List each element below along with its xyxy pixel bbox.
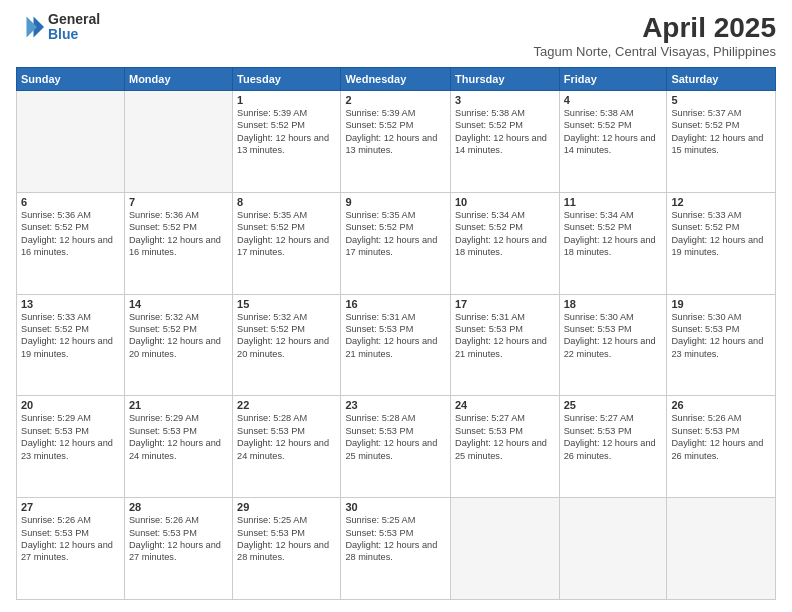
day-detail: Sunrise: 5:35 AM Sunset: 5:52 PM Dayligh… — [345, 209, 446, 259]
calendar-cell: 20Sunrise: 5:29 AM Sunset: 5:53 PM Dayli… — [17, 396, 125, 498]
calendar-cell — [559, 498, 667, 600]
day-number: 8 — [237, 196, 336, 208]
calendar-week-5: 27Sunrise: 5:26 AM Sunset: 5:53 PM Dayli… — [17, 498, 776, 600]
logo-blue: Blue — [48, 27, 100, 42]
day-number: 14 — [129, 298, 228, 310]
day-detail: Sunrise: 5:26 AM Sunset: 5:53 PM Dayligh… — [21, 514, 120, 564]
calendar-cell: 9Sunrise: 5:35 AM Sunset: 5:52 PM Daylig… — [341, 192, 451, 294]
calendar-cell — [451, 498, 560, 600]
logo: General Blue — [16, 12, 100, 43]
title-block: April 2025 Tagum Norte, Central Visayas,… — [533, 12, 776, 59]
day-number: 13 — [21, 298, 120, 310]
day-detail: Sunrise: 5:36 AM Sunset: 5:52 PM Dayligh… — [129, 209, 228, 259]
calendar-cell: 22Sunrise: 5:28 AM Sunset: 5:53 PM Dayli… — [233, 396, 341, 498]
day-detail: Sunrise: 5:25 AM Sunset: 5:53 PM Dayligh… — [345, 514, 446, 564]
col-header-monday: Monday — [124, 68, 232, 91]
calendar-cell: 11Sunrise: 5:34 AM Sunset: 5:52 PM Dayli… — [559, 192, 667, 294]
day-detail: Sunrise: 5:27 AM Sunset: 5:53 PM Dayligh… — [564, 412, 663, 462]
day-number: 7 — [129, 196, 228, 208]
day-number: 17 — [455, 298, 555, 310]
calendar-cell: 6Sunrise: 5:36 AM Sunset: 5:52 PM Daylig… — [17, 192, 125, 294]
calendar-week-4: 20Sunrise: 5:29 AM Sunset: 5:53 PM Dayli… — [17, 396, 776, 498]
day-number: 25 — [564, 399, 663, 411]
calendar-cell: 21Sunrise: 5:29 AM Sunset: 5:53 PM Dayli… — [124, 396, 232, 498]
calendar-cell — [667, 498, 776, 600]
day-detail: Sunrise: 5:33 AM Sunset: 5:52 PM Dayligh… — [671, 209, 771, 259]
day-detail: Sunrise: 5:30 AM Sunset: 5:53 PM Dayligh… — [671, 311, 771, 361]
day-number: 29 — [237, 501, 336, 513]
day-detail: Sunrise: 5:28 AM Sunset: 5:53 PM Dayligh… — [237, 412, 336, 462]
calendar-cell: 5Sunrise: 5:37 AM Sunset: 5:52 PM Daylig… — [667, 91, 776, 193]
day-detail: Sunrise: 5:29 AM Sunset: 5:53 PM Dayligh… — [129, 412, 228, 462]
calendar-cell: 30Sunrise: 5:25 AM Sunset: 5:53 PM Dayli… — [341, 498, 451, 600]
day-number: 26 — [671, 399, 771, 411]
day-number: 30 — [345, 501, 446, 513]
calendar-cell: 18Sunrise: 5:30 AM Sunset: 5:53 PM Dayli… — [559, 294, 667, 396]
day-detail: Sunrise: 5:25 AM Sunset: 5:53 PM Dayligh… — [237, 514, 336, 564]
day-detail: Sunrise: 5:30 AM Sunset: 5:53 PM Dayligh… — [564, 311, 663, 361]
day-number: 22 — [237, 399, 336, 411]
day-number: 23 — [345, 399, 446, 411]
day-detail: Sunrise: 5:33 AM Sunset: 5:52 PM Dayligh… — [21, 311, 120, 361]
day-detail: Sunrise: 5:34 AM Sunset: 5:52 PM Dayligh… — [455, 209, 555, 259]
calendar-cell: 2Sunrise: 5:39 AM Sunset: 5:52 PM Daylig… — [341, 91, 451, 193]
calendar-cell — [124, 91, 232, 193]
day-detail: Sunrise: 5:32 AM Sunset: 5:52 PM Dayligh… — [129, 311, 228, 361]
day-number: 10 — [455, 196, 555, 208]
day-number: 21 — [129, 399, 228, 411]
calendar-week-1: 1Sunrise: 5:39 AM Sunset: 5:52 PM Daylig… — [17, 91, 776, 193]
title-month: April 2025 — [533, 12, 776, 44]
col-header-saturday: Saturday — [667, 68, 776, 91]
calendar-cell: 13Sunrise: 5:33 AM Sunset: 5:52 PM Dayli… — [17, 294, 125, 396]
calendar-cell: 17Sunrise: 5:31 AM Sunset: 5:53 PM Dayli… — [451, 294, 560, 396]
col-header-thursday: Thursday — [451, 68, 560, 91]
calendar-cell: 12Sunrise: 5:33 AM Sunset: 5:52 PM Dayli… — [667, 192, 776, 294]
day-detail: Sunrise: 5:31 AM Sunset: 5:53 PM Dayligh… — [455, 311, 555, 361]
calendar-cell: 14Sunrise: 5:32 AM Sunset: 5:52 PM Dayli… — [124, 294, 232, 396]
calendar-cell: 15Sunrise: 5:32 AM Sunset: 5:52 PM Dayli… — [233, 294, 341, 396]
col-header-tuesday: Tuesday — [233, 68, 341, 91]
calendar-cell: 25Sunrise: 5:27 AM Sunset: 5:53 PM Dayli… — [559, 396, 667, 498]
title-location: Tagum Norte, Central Visayas, Philippine… — [533, 44, 776, 59]
calendar-cell: 10Sunrise: 5:34 AM Sunset: 5:52 PM Dayli… — [451, 192, 560, 294]
day-number: 1 — [237, 94, 336, 106]
calendar-cell: 19Sunrise: 5:30 AM Sunset: 5:53 PM Dayli… — [667, 294, 776, 396]
calendar-cell: 3Sunrise: 5:38 AM Sunset: 5:52 PM Daylig… — [451, 91, 560, 193]
day-number: 27 — [21, 501, 120, 513]
day-detail: Sunrise: 5:36 AM Sunset: 5:52 PM Dayligh… — [21, 209, 120, 259]
day-detail: Sunrise: 5:26 AM Sunset: 5:53 PM Dayligh… — [129, 514, 228, 564]
calendar-week-3: 13Sunrise: 5:33 AM Sunset: 5:52 PM Dayli… — [17, 294, 776, 396]
day-number: 9 — [345, 196, 446, 208]
day-detail: Sunrise: 5:26 AM Sunset: 5:53 PM Dayligh… — [671, 412, 771, 462]
calendar-table: SundayMondayTuesdayWednesdayThursdayFrid… — [16, 67, 776, 600]
day-number: 16 — [345, 298, 446, 310]
calendar-week-2: 6Sunrise: 5:36 AM Sunset: 5:52 PM Daylig… — [17, 192, 776, 294]
day-detail: Sunrise: 5:39 AM Sunset: 5:52 PM Dayligh… — [237, 107, 336, 157]
col-header-friday: Friday — [559, 68, 667, 91]
header: General Blue April 2025 Tagum Norte, Cen… — [16, 12, 776, 59]
day-number: 20 — [21, 399, 120, 411]
day-number: 5 — [671, 94, 771, 106]
day-number: 19 — [671, 298, 771, 310]
day-number: 18 — [564, 298, 663, 310]
day-number: 15 — [237, 298, 336, 310]
calendar-cell: 16Sunrise: 5:31 AM Sunset: 5:53 PM Dayli… — [341, 294, 451, 396]
logo-icon — [16, 13, 44, 41]
day-number: 11 — [564, 196, 663, 208]
calendar-cell: 4Sunrise: 5:38 AM Sunset: 5:52 PM Daylig… — [559, 91, 667, 193]
day-detail: Sunrise: 5:38 AM Sunset: 5:52 PM Dayligh… — [455, 107, 555, 157]
calendar-cell: 26Sunrise: 5:26 AM Sunset: 5:53 PM Dayli… — [667, 396, 776, 498]
logo-text: General Blue — [48, 12, 100, 43]
day-number: 24 — [455, 399, 555, 411]
col-header-wednesday: Wednesday — [341, 68, 451, 91]
day-detail: Sunrise: 5:32 AM Sunset: 5:52 PM Dayligh… — [237, 311, 336, 361]
page: General Blue April 2025 Tagum Norte, Cen… — [0, 0, 792, 612]
calendar-cell: 7Sunrise: 5:36 AM Sunset: 5:52 PM Daylig… — [124, 192, 232, 294]
day-number: 12 — [671, 196, 771, 208]
day-detail: Sunrise: 5:34 AM Sunset: 5:52 PM Dayligh… — [564, 209, 663, 259]
day-detail: Sunrise: 5:28 AM Sunset: 5:53 PM Dayligh… — [345, 412, 446, 462]
calendar-cell: 8Sunrise: 5:35 AM Sunset: 5:52 PM Daylig… — [233, 192, 341, 294]
calendar-cell: 28Sunrise: 5:26 AM Sunset: 5:53 PM Dayli… — [124, 498, 232, 600]
logo-general: General — [48, 12, 100, 27]
day-detail: Sunrise: 5:35 AM Sunset: 5:52 PM Dayligh… — [237, 209, 336, 259]
